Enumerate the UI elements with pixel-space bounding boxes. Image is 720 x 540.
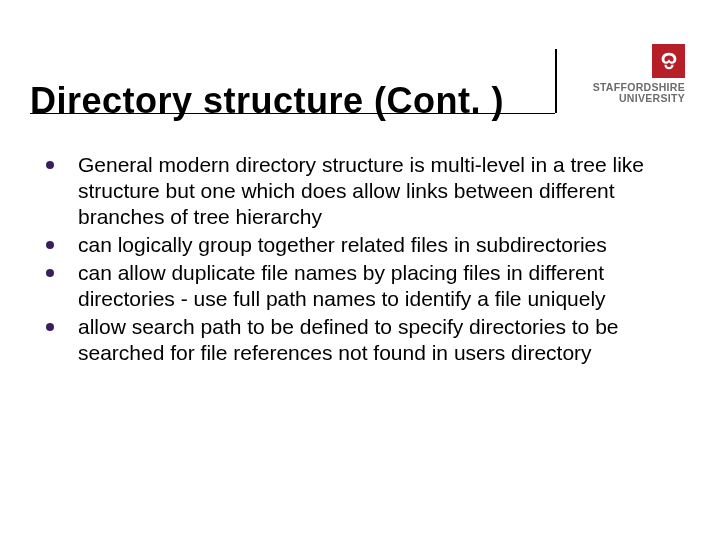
- slide-title: Directory structure (Cont. ): [30, 80, 504, 122]
- slide: Directory structure (Cont. ) STAFFORDSHI…: [0, 0, 720, 540]
- title-row: Directory structure (Cont. ): [30, 80, 540, 122]
- logo-line1: STAFFORDSHIRE: [593, 82, 685, 93]
- list-item: General modern directory structure is mu…: [40, 152, 655, 230]
- logo-mark: [652, 44, 685, 78]
- staffordshire-knot-icon: [658, 50, 680, 72]
- content-area: General modern directory structure is mu…: [40, 152, 655, 368]
- university-logo: STAFFORDSHIRE UNIVERSITY: [580, 44, 685, 104]
- logo-text: STAFFORDSHIRE UNIVERSITY: [593, 82, 685, 103]
- logo-line2: UNIVERSITY: [593, 93, 685, 104]
- list-item: can allow duplicate file names by placin…: [40, 260, 655, 312]
- list-item: allow search path to be defined to speci…: [40, 314, 655, 366]
- header-horizontal-divider: [30, 113, 555, 114]
- list-item: can logically group together related fil…: [40, 232, 655, 258]
- bullet-list: General modern directory structure is mu…: [40, 152, 655, 366]
- header-vertical-divider: [555, 49, 557, 113]
